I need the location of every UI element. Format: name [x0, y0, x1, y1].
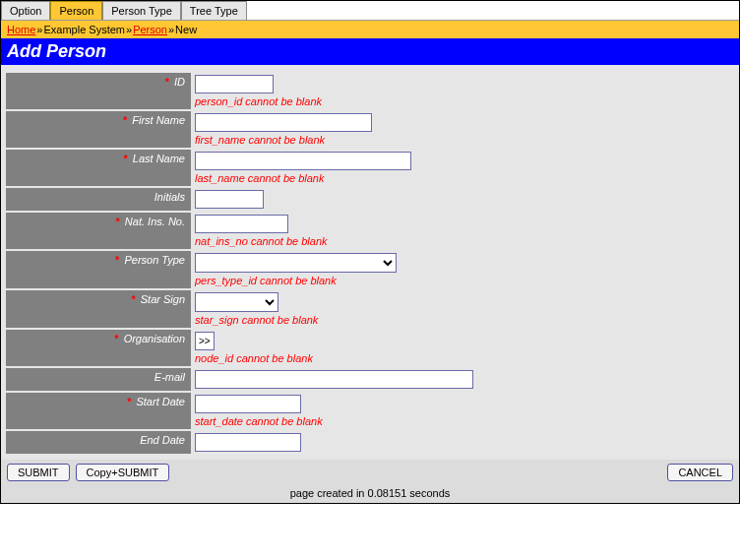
end-date-input[interactable]: [195, 433, 301, 452]
submit-button[interactable]: SUBMIT: [7, 464, 70, 481]
required-marker: *: [116, 216, 120, 227]
star-sign-select[interactable]: [195, 292, 278, 312]
form-table: * ID person_id cannot be blank * First N…: [6, 71, 734, 456]
breadcrumb-current: New: [175, 24, 197, 35]
required-marker: *: [115, 254, 119, 266]
id-error: person_id cannot be blank: [195, 95, 730, 107]
label-id: * ID: [6, 73, 191, 109]
required-marker: *: [165, 76, 169, 88]
star-sign-error: star_sign cannot be blank: [195, 314, 730, 326]
label-text: End Date: [140, 434, 185, 446]
start-date-input[interactable]: [195, 395, 301, 413]
breadcrumb-system: Example System: [43, 24, 125, 35]
nat-ins-no-input[interactable]: [195, 215, 288, 233]
breadcrumb-sep: »: [168, 24, 174, 35]
required-marker: *: [123, 153, 127, 164]
tab-person[interactable]: Person: [50, 1, 102, 20]
email-input[interactable]: [195, 370, 473, 389]
label-start-date: * Start Date: [6, 393, 191, 429]
breadcrumb: Home»Example System»Person»New: [1, 21, 739, 38]
tab-person-type[interactable]: Person Type: [102, 1, 181, 20]
required-marker: *: [114, 333, 118, 344]
label-last-name: * Last Name: [6, 150, 191, 186]
person-type-error: pers_type_id cannot be blank: [195, 275, 730, 286]
label-text: Last Name: [133, 153, 185, 164]
first-name-error: first_name cannot be blank: [195, 134, 730, 146]
page-title: Add Person: [1, 38, 739, 65]
label-email: E-mail: [6, 368, 191, 391]
label-text: ID: [174, 76, 185, 88]
last-name-error: last_name cannot be blank: [195, 172, 730, 184]
button-bar: SUBMIT Copy+SUBMIT CANCEL: [1, 460, 739, 485]
app-window: Option Person Person Type Tree Type Home…: [0, 0, 740, 504]
nat-ins-no-error: nat_ins_no cannot be blank: [195, 235, 730, 247]
label-person-type: * Person Type: [6, 251, 191, 288]
required-marker: *: [131, 293, 135, 305]
label-end-date: End Date: [6, 431, 191, 454]
label-first-name: * First Name: [6, 111, 191, 148]
tab-tree-type[interactable]: Tree Type: [181, 1, 247, 20]
start-date-error: start_date cannot be blank: [195, 415, 730, 427]
form-area: * ID person_id cannot be blank * First N…: [1, 65, 739, 460]
breadcrumb-sep: »: [126, 24, 132, 35]
tab-bar: Option Person Person Type Tree Type: [1, 1, 739, 21]
required-marker: *: [123, 114, 127, 126]
id-input[interactable]: [195, 75, 274, 93]
cancel-button[interactable]: CANCEL: [667, 464, 733, 481]
person-type-select[interactable]: [195, 253, 397, 273]
initials-input[interactable]: [195, 190, 264, 209]
label-text: First Name: [132, 114, 185, 126]
label-text: Organisation: [124, 333, 185, 344]
label-text: E-mail: [154, 371, 185, 383]
copy-submit-button[interactable]: Copy+SUBMIT: [76, 464, 170, 481]
breadcrumb-home[interactable]: Home: [7, 24, 35, 35]
last-name-input[interactable]: [195, 152, 411, 170]
label-text: Start Date: [136, 396, 185, 407]
required-marker: *: [127, 396, 131, 407]
footer-status: page created in 0.08151 seconds: [1, 485, 739, 503]
breadcrumb-sep: »: [36, 24, 42, 35]
breadcrumb-person[interactable]: Person: [133, 24, 167, 35]
organisation-error: node_id cannot be blank: [195, 352, 730, 364]
label-organisation: * Organisation: [6, 330, 191, 366]
label-text: Initials: [154, 191, 185, 203]
first-name-input[interactable]: [195, 113, 372, 132]
label-text: Star Sign: [141, 293, 185, 305]
label-text: Nat. Ins. No.: [125, 216, 185, 227]
label-text: Person Type: [124, 254, 185, 266]
organisation-popup-button[interactable]: >>: [195, 332, 215, 350]
tab-option[interactable]: Option: [1, 1, 50, 20]
label-nat-ins-no: * Nat. Ins. No.: [6, 213, 191, 249]
label-star-sign: * Star Sign: [6, 290, 191, 328]
label-initials: Initials: [6, 188, 191, 211]
